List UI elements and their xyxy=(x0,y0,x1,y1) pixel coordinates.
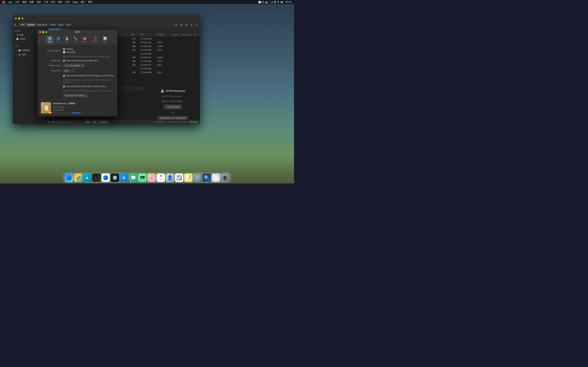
menubar-tools[interactable]: 工具 xyxy=(44,0,48,4)
row-request: - xyxy=(170,53,181,55)
terminal-dot xyxy=(96,182,97,183)
row-status: 200 xyxy=(129,60,139,62)
dock-trash[interactable]: 🗑 xyxy=(221,174,229,182)
auto-override-input[interactable] xyxy=(63,75,65,77)
dock-edge[interactable]: e xyxy=(83,174,92,182)
menubar-edit[interactable]: 编辑 xyxy=(22,0,27,4)
row-response: - xyxy=(182,45,192,47)
menubar-view[interactable]: 查看 xyxy=(29,0,34,4)
minimize-button[interactable] xyxy=(18,17,20,19)
dialog-close-btn[interactable] xyxy=(39,31,41,33)
dock-finder[interactable]: 🔵 xyxy=(65,174,73,182)
dock-notes[interactable]: 📝 xyxy=(184,174,193,182)
new-window-icon[interactable]: ⊞ xyxy=(174,23,178,27)
vertical-radio-input[interactable] xyxy=(63,48,65,50)
dock-chrome[interactable]: 🔵 xyxy=(101,174,110,182)
grid-icon[interactable]: ⊟ xyxy=(189,23,193,27)
tab-通用[interactable]: 通用 xyxy=(19,23,26,26)
content-layout-row: Content Layout: Vertical Horizontal xyxy=(41,48,114,53)
filter-input[interactable] xyxy=(56,121,83,123)
menubar-file[interactable]: 文件 xyxy=(15,0,20,4)
general-icon: ⚙️ xyxy=(48,36,52,40)
dialog-tab-general[interactable]: ⚙️ 通用 xyxy=(46,36,54,44)
menu-bar-checkbox-input[interactable] xyxy=(63,60,65,62)
auto-start-checkbox[interactable]: Auto Start Recording Traffic at Launch T… xyxy=(63,85,114,88)
enable-domain-btn[interactable]: 只对此域名启用 xyxy=(164,105,182,109)
close-button[interactable] xyxy=(15,17,17,19)
terminal-icon: >_ xyxy=(95,176,98,179)
dock-filemerge[interactable]: 📄 xyxy=(212,174,220,182)
proxyman-dot xyxy=(206,182,207,183)
trash-icon: 🗑 xyxy=(223,175,227,181)
dock-reminders[interactable]: ☑️ xyxy=(175,174,183,182)
dock-proxyman[interactable]: 🔍 xyxy=(202,174,211,182)
auto-select-btn[interactable]: 自动选择 xyxy=(98,121,108,124)
dock-terminal[interactable]: >_ xyxy=(92,174,101,182)
monitor-icon[interactable]: 🖥 xyxy=(184,23,188,27)
menubar-app-name[interactable]: man xyxy=(8,1,12,3)
maximize-button[interactable] xyxy=(22,17,24,19)
dialog-tab-advanced[interactable]: ⬆️ 高级 xyxy=(101,36,109,44)
horizontal-radio-input[interactable] xyxy=(63,51,65,53)
menu-bar-checkbox[interactable]: Show Proxyman Icon on Menu Bar xyxy=(63,59,114,62)
tab-xml[interactable]: XML xyxy=(65,24,72,26)
vertical-radio[interactable]: Vertical xyxy=(63,48,114,50)
tab-websocket[interactable]: WebSocket xyxy=(36,24,48,26)
https-title-row: 🔒 HTTPS Response xyxy=(160,89,185,93)
auto-override-label: Auto Override System Proxy Configs at La… xyxy=(66,75,114,77)
filemerge-icon: 📄 xyxy=(213,175,219,181)
row-request: - xyxy=(170,38,181,40)
dock-contacts[interactable]: 👤 xyxy=(166,174,174,182)
auto-start-input[interactable] xyxy=(63,85,65,88)
clear-btn[interactable]: 清除 xyxy=(84,121,91,124)
menubar-script[interactable]: 脚本 xyxy=(58,0,62,4)
proxy-port-input[interactable] xyxy=(63,69,75,72)
dialog-min-btn[interactable] xyxy=(42,31,44,33)
dock-maps[interactable]: 🗺 xyxy=(138,174,147,182)
dock-launchpad[interactable]: 🚀 xyxy=(74,174,82,182)
filter-icon: ⚙️ xyxy=(52,121,54,123)
sidebar-all-label: 全部 xyxy=(15,45,18,48)
enable-all-domains-btn[interactable]: 对所有来自 "swcd" 的域名启用 xyxy=(157,116,188,120)
dialog-max-btn[interactable] xyxy=(45,31,47,33)
toolbar-style-select[interactable]: Icon Only (Default) Icon and Text Text O… xyxy=(63,64,84,67)
menubar-flow[interactable]: 流程 xyxy=(37,0,41,4)
more-btn[interactable]: More ▾ xyxy=(71,112,81,114)
window-toolbar: ⏸ 通用 HTTPS WebSocket JSON Form XML ⊞ ▤ 🖥… xyxy=(13,22,200,28)
layout-icon[interactable]: ▤ xyxy=(179,23,183,27)
close-search-icon[interactable]: ✕ xyxy=(194,23,199,27)
status-right: 1/12 选定的行 - 107 MB ↑ 2 KB/s ↓ 2 KB/s 代理已… xyxy=(154,121,199,124)
dock-messages[interactable]: 💬 xyxy=(129,174,138,182)
menubar-cert[interactable]: 证书 xyxy=(65,0,69,4)
chevron-right-icon: ▶ xyxy=(16,50,17,51)
menubar-window[interactable]: 窗口 xyxy=(81,0,85,4)
dock-photos[interactable]: 🌸 xyxy=(147,174,156,182)
row-request: - xyxy=(170,56,181,58)
dialog-tab-privacy[interactable]: 🔒 隐私 xyxy=(63,36,71,44)
dock-calendar[interactable]: 📅1 xyxy=(156,174,165,182)
filter-btn[interactable]: 筛选 xyxy=(91,121,98,124)
dialog-tab-tools[interactable]: 🔧 工具 xyxy=(71,36,79,44)
selection-count: 1/12 选定的行 xyxy=(154,121,165,123)
dialog-titlebar: 通用 xyxy=(37,30,117,34)
add-filter-btn[interactable]: + xyxy=(48,121,51,124)
horizontal-radio[interactable]: Horizontal xyxy=(63,51,114,53)
apple-menu[interactable]: 🍎 xyxy=(2,0,5,4)
dock-syspref[interactable]: ⚙️ xyxy=(193,174,202,182)
dock-calculator[interactable]: 🔢 xyxy=(111,174,119,182)
dialog-tab-github[interactable]: 🐙 GitHub xyxy=(80,36,89,44)
menubar-help[interactable]: 帮助 xyxy=(88,0,92,4)
dialog-tab-appearance[interactable]: 🌐 外观 xyxy=(54,36,62,44)
generate-new-btn[interactable]: Generate new... xyxy=(53,112,70,114)
auto-override-checkbox[interactable]: Auto Override System Proxy Configs at La… xyxy=(63,75,114,77)
dialog-tab-platform[interactable]: 🖥 Platform xyxy=(90,36,100,44)
dock-appstore[interactable]: A xyxy=(120,174,128,182)
tab-form[interactable]: Form xyxy=(57,24,64,26)
platform-icon: 🖥 xyxy=(94,36,97,40)
menubar-setup[interactable]: Setup xyxy=(72,1,78,3)
tab-https[interactable]: HTTPS xyxy=(26,24,35,26)
pause-icon[interactable]: ⏸ xyxy=(14,24,17,26)
menubar-compare[interactable]: 对比 xyxy=(51,0,55,4)
proxy-advanced-btn[interactable]: Proxy Advanced Setting... xyxy=(63,94,88,97)
tab-json[interactable]: JSON xyxy=(49,24,57,26)
